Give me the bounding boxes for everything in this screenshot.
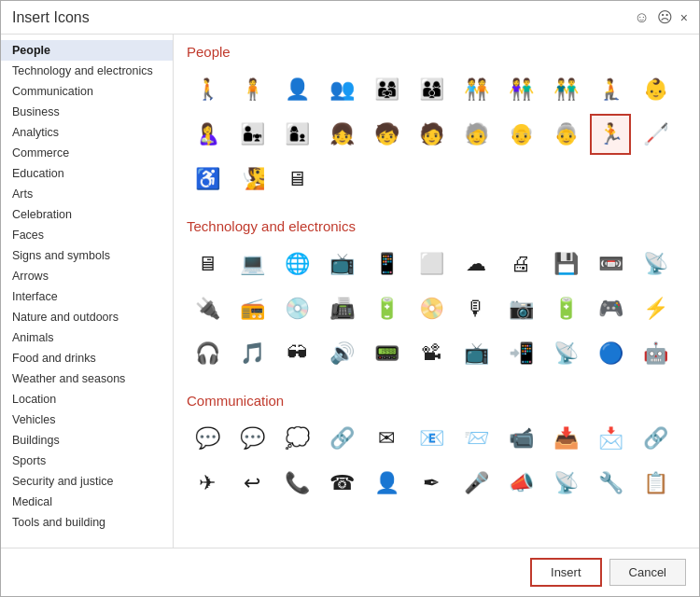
icon-cell[interactable]: 🔋 (545, 288, 586, 329)
frown-icon[interactable]: ☹ (657, 8, 673, 26)
icon-cell[interactable]: 👨‍👧 (231, 114, 273, 155)
sidebar-item-arts[interactable]: Arts (1, 184, 173, 204)
sidebar-item-food-and-drinks[interactable]: Food and drinks (1, 348, 173, 368)
icon-cell[interactable]: 👨‍👩‍👧 (366, 69, 407, 110)
icon-cell[interactable]: 🧍 (231, 69, 273, 110)
icon-cell[interactable]: 🚶 (187, 69, 228, 110)
sidebar-item-sports[interactable]: Sports (1, 451, 173, 471)
icon-cell[interactable]: ↩ (231, 463, 273, 504)
icon-cell[interactable]: 🎙 (455, 288, 497, 329)
icon-cell[interactable]: 🖥 (276, 159, 317, 200)
icon-cell[interactable]: 📧 (411, 418, 452, 459)
icon-cell[interactable]: 📱 (366, 243, 407, 285)
icon-cell[interactable]: 🌐 (276, 243, 317, 285)
icon-cell[interactable]: 💿 (276, 288, 317, 329)
icon-cell[interactable]: 👤 (366, 463, 407, 504)
sidebar-item-business[interactable]: Business (1, 102, 173, 122)
icon-cell[interactable]: 🔊 (321, 333, 362, 374)
icon-cell[interactable]: 📺 (321, 243, 362, 285)
icon-cell[interactable]: 👫 (500, 69, 541, 110)
sidebar-item-signs-and-symbols[interactable]: Signs and symbols (1, 245, 173, 266)
icon-cell[interactable]: 💾 (545, 243, 586, 285)
icon-cell[interactable]: 💬 (187, 418, 228, 459)
icon-cell[interactable]: ☁ (455, 243, 497, 285)
icon-cell[interactable]: 📽 (411, 333, 452, 374)
icon-cell[interactable]: ✒ (411, 463, 452, 504)
icon-cell[interactable]: 📀 (411, 288, 452, 329)
icon-cell[interactable]: 📻 (231, 288, 273, 329)
icon-cell[interactable]: 🤖 (635, 333, 676, 374)
icon-cell[interactable]: 💻 (231, 243, 273, 285)
icon-cell[interactable]: 👩‍👦 (276, 114, 317, 155)
icon-cell[interactable]: 🤱 (187, 114, 228, 155)
insert-button[interactable]: Insert (530, 558, 602, 587)
icon-cell[interactable]: 🔗 (635, 418, 676, 459)
icon-cell[interactable]: 👤 (276, 69, 317, 110)
sidebar-item-people[interactable]: People (1, 40, 173, 61)
icon-cell[interactable]: 🧏 (231, 159, 273, 200)
sidebar-item-arrows[interactable]: Arrows (1, 266, 173, 286)
icon-cell[interactable]: 👥 (321, 69, 362, 110)
sidebar-item-medical[interactable]: Medical (1, 492, 173, 512)
icon-cell[interactable]: 🧒 (366, 114, 407, 155)
icon-cell[interactable]: ✈ (187, 463, 228, 504)
sidebar-item-interface[interactable]: Interface (1, 286, 173, 307)
icon-cell[interactable]: 🧓 (455, 114, 497, 155)
cancel-button[interactable]: Cancel (609, 559, 686, 586)
icon-cell[interactable]: 📥 (545, 418, 586, 459)
icon-cell[interactable]: 📷 (500, 288, 541, 329)
close-button[interactable]: × (680, 11, 688, 24)
icon-cell[interactable]: 📲 (500, 333, 541, 374)
icon-cell[interactable]: 👵 (545, 114, 586, 155)
icon-cell[interactable]: 🎵 (231, 333, 273, 374)
icon-cell[interactable]: ✉ (366, 418, 407, 459)
icon-cell[interactable]: 📡 (635, 243, 676, 285)
icon-cell[interactable]: 📋 (635, 463, 676, 504)
sidebar-item-nature-and-outdoors[interactable]: Nature and outdoors (1, 307, 173, 327)
icon-cell[interactable]: 🔧 (590, 463, 631, 504)
icon-cell[interactable]: 📺 (455, 333, 497, 374)
sidebar-item-location[interactable]: Location (1, 389, 173, 410)
icon-cell[interactable]: 🏃 (590, 114, 631, 155)
icon-cell[interactable]: ⚡ (635, 288, 676, 329)
icon-cell[interactable]: 🧑 (411, 114, 452, 155)
sidebar-item-celebration[interactable]: Celebration (1, 204, 173, 225)
sidebar-item-commerce[interactable]: Commerce (1, 143, 173, 163)
icon-cell[interactable]: 👴 (500, 114, 541, 155)
icon-cell[interactable]: 📟 (366, 333, 407, 374)
sidebar-item-faces[interactable]: Faces (1, 225, 173, 245)
icon-cell[interactable]: 📡 (545, 333, 586, 374)
sidebar-item-tools-and-building[interactable]: Tools and building (1, 512, 173, 533)
icon-cell[interactable]: 👨‍👩‍👦 (411, 69, 452, 110)
icon-cell[interactable]: 📹 (500, 418, 541, 459)
icon-cell[interactable]: 👧 (321, 114, 362, 155)
icon-cell[interactable]: 🔵 (590, 333, 631, 374)
icon-cell[interactable]: 📠 (321, 288, 362, 329)
icon-cell[interactable]: ♿ (187, 159, 228, 200)
icon-cell[interactable]: 🦯 (635, 114, 676, 155)
icon-cell[interactable]: 🔌 (187, 288, 228, 329)
icon-cell[interactable]: 📼 (590, 243, 631, 285)
smile-icon[interactable]: ☺ (634, 9, 649, 26)
icon-cell[interactable]: 👬 (545, 69, 586, 110)
icon-cell[interactable]: 🔋 (366, 288, 407, 329)
sidebar-item-technology-and-electronics[interactable]: Technology and electronics (1, 61, 173, 81)
icon-cell[interactable]: 🧎 (590, 69, 631, 110)
icon-cell[interactable]: ⬜ (411, 243, 452, 285)
icon-cell[interactable]: 🖨 (500, 243, 541, 285)
icon-cell[interactable]: 📞 (276, 463, 317, 504)
sidebar-item-communication[interactable]: Communication (1, 81, 173, 102)
icon-cell[interactable]: 🎮 (590, 288, 631, 329)
icon-cell[interactable]: 🎧 (187, 333, 228, 374)
icon-cell[interactable]: 🎤 (455, 463, 497, 504)
icon-cell[interactable]: 📨 (455, 418, 497, 459)
sidebar-item-buildings[interactable]: Buildings (1, 430, 173, 451)
sidebar-item-security-and-justice[interactable]: Security and justice (1, 471, 173, 492)
sidebar-item-analytics[interactable]: Analytics (1, 122, 173, 143)
icon-cell[interactable]: 🧑‍🤝‍🧑 (455, 69, 497, 110)
icon-cell[interactable]: 📩 (590, 418, 631, 459)
icon-cell[interactable]: 🕶 (276, 333, 317, 374)
icon-cell[interactable]: 🔗 (321, 418, 362, 459)
icon-cell[interactable]: 📡 (545, 463, 586, 504)
sidebar-item-animals[interactable]: Animals (1, 327, 173, 348)
